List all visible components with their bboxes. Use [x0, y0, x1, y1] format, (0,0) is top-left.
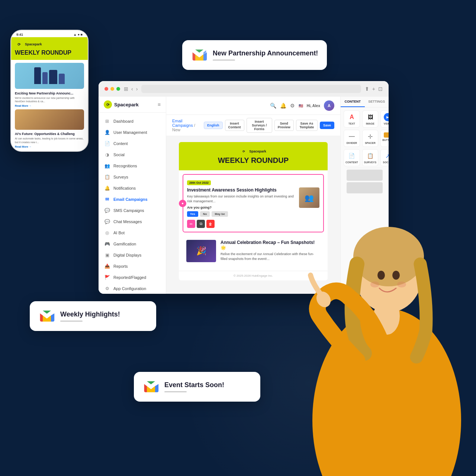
sidebar-item-surveys[interactable]: 📋 Surveys	[99, 171, 166, 183]
tab-content[interactable]: CONTENT	[341, 97, 365, 107]
person-svg	[283, 160, 476, 476]
gmail-card-underline	[213, 60, 235, 61]
poll-no-button[interactable]: No	[200, 211, 210, 217]
image-icon: 🖼	[365, 113, 376, 121]
gmail-card-partnership: New Partnership Announcement!	[182, 40, 327, 70]
browser-address-bar[interactable]	[141, 85, 361, 93]
settings-icon[interactable]: ⚙	[290, 103, 295, 109]
lang-button[interactable]: English	[204, 122, 223, 129]
user-mgmt-icon: 👤	[104, 130, 110, 135]
send-preview-button[interactable]: Send Preview	[274, 120, 294, 131]
panel-item-text[interactable]: A TEXT	[344, 110, 360, 128]
app-header: 🔍 🔔 ⚙ 🇺🇸 Hi, Alex A	[166, 97, 340, 115]
section1-desc: Key takeaways from our session include i…	[187, 194, 295, 203]
sidebar-label-reports: Reports	[113, 264, 128, 268]
dashboard-icon: ⊞	[104, 119, 110, 124]
spacer-icon: ✛	[365, 132, 376, 141]
app-logo: ⟳ Spacepark	[104, 100, 139, 109]
insert-content-button[interactable]: Insert Content	[225, 120, 244, 131]
gmail-card-weekly-text: Weekly Highlights!	[60, 311, 120, 318]
svg-point-4	[377, 271, 385, 280]
section1-buttons: Yes No May be	[187, 211, 295, 217]
poll-yes-button[interactable]: Yes	[187, 211, 198, 217]
phone-frame: 9:41 ▲ ● ■ ⟳ Spacepark WEEKLY ROUNDUP Ex…	[10, 30, 89, 152]
search-icon[interactable]: 🔍	[270, 103, 276, 109]
edit-pencil-button[interactable]: ✏	[187, 220, 195, 228]
app-sidebar: ⟳ Spacepark ≡ ⊞ Dashboard 👤 User Managem…	[99, 97, 166, 294]
panel-items: A TEXT 🖼 IMAGE ▶ VIDEO — DIVIDER	[344, 110, 386, 166]
phone-icons: ▲ ● ■	[73, 33, 83, 36]
phone-time: 9:41	[16, 33, 23, 36]
content-panel-icon: 📄	[347, 152, 357, 160]
spacer-label: SPACER	[365, 142, 376, 144]
sidebar-item-notifications[interactable]: 🔔 Notifications	[99, 183, 166, 194]
add-tab-icon[interactable]: +	[372, 86, 375, 92]
video-label: VIDEO	[384, 122, 389, 125]
panel-item-image[interactable]: 🖼 IMAGE	[362, 110, 378, 128]
sidebar-item-download-reports[interactable]: 📥 Reports	[99, 261, 166, 272]
phone-article1-readmore: Read More →	[15, 104, 84, 107]
banner-brand: ⟳ Spacepark	[186, 148, 320, 155]
share-icon[interactable]: ⬆	[365, 86, 369, 92]
divider-icon: —	[347, 132, 357, 141]
gmail-card-event-text: Event Starts Soon!	[164, 381, 224, 389]
sidebar-item-aibot[interactable]: ◎ AI Bot	[99, 227, 166, 238]
sidebar-item-reported[interactable]: 🚩 Reported/Flagged	[99, 272, 166, 283]
sidebar-label-gamification: Gamification	[113, 242, 136, 246]
panel-item-divider[interactable]: — DIVIDER	[344, 130, 360, 147]
sidebar-item-content[interactable]: 📄 Content	[99, 138, 166, 149]
edit-delete-button[interactable]: 🗑	[206, 220, 215, 228]
banner-brand-name: Spacepark	[249, 149, 266, 153]
reported-icon: 🚩	[104, 275, 110, 280]
svg-point-7	[397, 282, 406, 287]
nav-back-icon[interactable]: ‹	[131, 86, 133, 92]
menu-icon[interactable]: ≡	[158, 102, 161, 107]
sidebar-item-recognitions[interactable]: 👥 Recognitions	[99, 160, 166, 171]
tab-settings[interactable]: SETTINGS	[365, 97, 389, 107]
gmail-icon-2	[39, 308, 55, 324]
social-panel-icon: ↗	[383, 152, 389, 160]
panel-item-spacer[interactable]: ✛ SPACER	[362, 130, 378, 147]
phone-header-title: WEEKLY ROUNDUP	[15, 49, 84, 56]
sidebar-item-digital-displays[interactable]: ▣ Digital Displays	[99, 250, 166, 261]
sidebar-item-email-campaigns[interactable]: ✉ Email Campaigns	[99, 194, 166, 205]
sidebar-item-dashboard[interactable]: ⊞ Dashboard	[99, 116, 166, 127]
sidebar-item-gamification[interactable]: 🎮 Gamification	[99, 238, 166, 250]
save-template-button[interactable]: Save As Template	[296, 120, 318, 131]
browser-actions: ⬆ + ⊡	[365, 86, 383, 92]
aibot-icon: ◎	[104, 230, 110, 235]
browser-nav: ⊞ ‹ ›	[124, 86, 138, 92]
text-icon: A	[347, 113, 357, 121]
phone-article2-readmore: Read More →	[15, 145, 84, 148]
poll-maybe-button[interactable]: May be	[212, 211, 228, 217]
button-icon	[384, 132, 389, 138]
gmail-card-event: Event Starts Soon!	[134, 372, 260, 402]
bell-icon[interactable]: 🔔	[280, 103, 286, 109]
edit-copy-button[interactable]: ⧉	[197, 220, 205, 228]
sidebar-toggle-icon[interactable]: ⊡	[378, 86, 383, 92]
sidebar-item-user-mgmt[interactable]: 👤 User Management	[99, 127, 166, 138]
breadcrumb-link[interactable]: Email Campaigns	[172, 119, 193, 128]
dot-close[interactable]	[104, 87, 108, 91]
sidebar-label-config: App Configuration	[113, 286, 146, 291]
sidebar-item-chat[interactable]: 💬 Chat Messages	[99, 216, 166, 227]
save-button[interactable]: Save	[320, 122, 334, 129]
dot-minimize[interactable]	[110, 87, 114, 91]
insert-surveys-button[interactable]: Insert Surveys / Forms	[247, 118, 272, 133]
panel-item-button[interactable]: BUTTON	[380, 130, 389, 147]
sidebar-item-config[interactable]: ⚙ App Configuration	[99, 283, 166, 294]
user-avatar[interactable]: A	[324, 100, 334, 111]
gmail-card-weekly-content: Weekly Highlights!	[60, 311, 120, 322]
recognitions-icon: 👥	[104, 163, 110, 168]
panel-item-video[interactable]: ▶ VIDEO	[380, 110, 389, 128]
sidebar-item-social[interactable]: ◑ Social	[99, 149, 166, 160]
sidebar-label-user-mgmt: User Management	[113, 130, 147, 135]
sidebar-item-sms[interactable]: 💬 SMS Campaigns	[99, 205, 166, 216]
nav-forward-icon[interactable]: ›	[136, 86, 138, 92]
phone-article2-text: AI can automate tasks, leading to job lo…	[15, 137, 84, 144]
panel-tabs: CONTENT SETTINGS	[341, 97, 389, 107]
social-icon: ◑	[104, 152, 110, 157]
phone-article1-title: Exciting New Partnership Announc...	[15, 91, 84, 95]
dot-maximize[interactable]	[116, 87, 120, 91]
svg-point-6	[370, 282, 379, 287]
